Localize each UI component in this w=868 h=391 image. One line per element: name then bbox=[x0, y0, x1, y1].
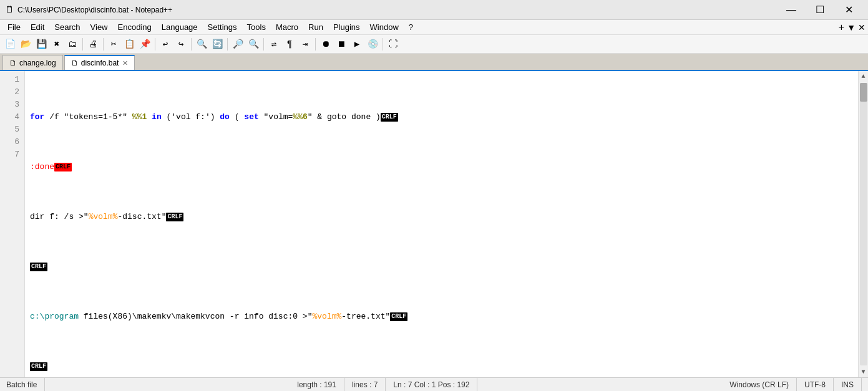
menu-settings[interactable]: Settings bbox=[203, 21, 242, 34]
status-length: length : 191 bbox=[290, 378, 344, 391]
macro-save-button[interactable]: 💿 bbox=[365, 37, 380, 52]
menu-run[interactable]: Run bbox=[303, 21, 328, 34]
menu-help[interactable]: ? bbox=[404, 21, 418, 34]
tab-dropdown-button[interactable]: ▼ bbox=[847, 22, 856, 32]
tab-label-discinfo-bat: discinfo.bat bbox=[81, 59, 119, 67]
line-num-3: 3 bbox=[5, 99, 19, 111]
line-num-4: 4 bbox=[5, 111, 19, 123]
indent-button[interactable]: ⇥ bbox=[298, 37, 313, 52]
window-controls: — ☐ ✕ bbox=[777, 0, 863, 20]
toolbar-sep-1 bbox=[82, 38, 83, 51]
toolbar-sep-8 bbox=[383, 38, 383, 51]
new-tab-button[interactable]: + bbox=[839, 22, 844, 33]
menu-file[interactable]: File bbox=[2, 21, 26, 34]
menu-edit[interactable]: Edit bbox=[26, 21, 49, 34]
menu-macro[interactable]: Macro bbox=[271, 21, 303, 34]
toolbar-sep-2 bbox=[103, 38, 104, 51]
menubar: File Edit Search View Encoding Language … bbox=[0, 20, 868, 35]
print-button[interactable]: 🖨 bbox=[85, 37, 100, 52]
scroll-down-arrow[interactable]: ▼ bbox=[859, 367, 867, 377]
cut-button[interactable]: ✂ bbox=[106, 37, 121, 52]
menu-right-controls: + ▼ ✕ bbox=[839, 22, 866, 33]
copy-button[interactable]: 📋 bbox=[122, 37, 137, 52]
macro-stop-button[interactable]: ⏹ bbox=[334, 37, 349, 52]
code-line-4: CRLF bbox=[30, 261, 853, 273]
status-position: Ln : 7 Col : 1 Pos : 192 bbox=[386, 378, 477, 391]
close-button[interactable]: ✕ bbox=[834, 0, 863, 20]
scroll-track[interactable] bbox=[860, 83, 867, 365]
toolbar-sep-7 bbox=[315, 38, 316, 51]
line-num-5: 5 bbox=[5, 123, 19, 136]
scroll-up-arrow[interactable]: ▲ bbox=[859, 71, 867, 82]
code-line-2: :doneCRLF bbox=[30, 161, 853, 173]
zoom-in-button[interactable]: 🔎 bbox=[230, 37, 245, 52]
close-all-button[interactable]: ✕ bbox=[858, 22, 866, 32]
code-area[interactable]: for /f "tokens=1-5*" %%1 in ('vol f:') d… bbox=[25, 71, 858, 377]
close-file-button[interactable]: ✖ bbox=[49, 37, 64, 52]
menu-view[interactable]: View bbox=[85, 21, 113, 34]
toolbar-sep-4 bbox=[191, 38, 192, 51]
titlebar: 🗒 C:\Users\PC\Desktop\discinfo.bat - Not… bbox=[0, 0, 868, 20]
toolbar-sep-5 bbox=[227, 38, 228, 51]
undo-button[interactable]: ↩ bbox=[158, 37, 173, 52]
fullscreen-button[interactable]: ⛶ bbox=[386, 37, 401, 52]
new-file-button[interactable]: 📄 bbox=[2, 37, 17, 52]
tab-discinfo-bat[interactable]: 🗋 discinfo.bat ✕ bbox=[64, 55, 135, 70]
tab-icon-discinfo-bat: 🗋 bbox=[71, 59, 79, 67]
app-icon: 🗒 bbox=[5, 5, 14, 15]
menu-window[interactable]: Window bbox=[365, 21, 404, 34]
paste-button[interactable]: 📌 bbox=[137, 37, 152, 52]
vertical-scrollbar[interactable]: ▲ ▼ bbox=[858, 71, 868, 377]
wrap-button[interactable]: ⇌ bbox=[266, 37, 281, 52]
minimize-button[interactable]: — bbox=[777, 0, 806, 20]
menu-tools[interactable]: Tools bbox=[242, 21, 271, 34]
find-button[interactable]: 🔍 bbox=[194, 37, 209, 52]
scroll-thumb[interactable] bbox=[860, 83, 867, 102]
tabbar: 🗋 change.log 🗋 discinfo.bat ✕ bbox=[0, 54, 868, 71]
tab-icon-change-log: 🗋 bbox=[9, 59, 17, 67]
tab-label-change-log: change.log bbox=[19, 59, 56, 67]
status-encoding: UTF-8 bbox=[797, 378, 834, 391]
code-line-6: CRLF bbox=[30, 360, 853, 373]
status-ins: INS bbox=[834, 378, 862, 391]
macro-rec-button[interactable]: ⏺ bbox=[318, 37, 333, 52]
line-num-2: 2 bbox=[5, 86, 19, 99]
menu-search[interactable]: Search bbox=[49, 21, 85, 34]
show-all-chars-button[interactable]: ¶ bbox=[282, 37, 297, 52]
statusbar: Batch file length : 191 lines : 7 Ln : 7… bbox=[0, 377, 868, 391]
maximize-button[interactable]: ☐ bbox=[806, 0, 834, 20]
find-replace-button[interactable]: 🔄 bbox=[210, 37, 225, 52]
toolbar-sep-6 bbox=[263, 38, 264, 51]
tab-close-discinfo-bat[interactable]: ✕ bbox=[122, 59, 128, 67]
toolbar-sep-3 bbox=[155, 38, 155, 51]
menu-language[interactable]: Language bbox=[157, 21, 203, 34]
status-lines: lines : 7 bbox=[344, 378, 386, 391]
menu-plugins[interactable]: Plugins bbox=[328, 21, 365, 34]
save-file-button[interactable]: 💾 bbox=[34, 37, 49, 52]
toolbar: 📄 📂 💾 ✖ 🗂 🖨 ✂ 📋 📌 ↩ ↪ 🔍 🔄 🔎 🔍 ⇌ ¶ ⇥ ⏺ ⏹ … bbox=[0, 35, 868, 54]
macro-play-button[interactable]: ▶ bbox=[349, 37, 364, 52]
open-file-button[interactable]: 📂 bbox=[18, 37, 33, 52]
code-line-1: for /f "tokens=1-5*" %%1 in ('vol f:') d… bbox=[30, 111, 853, 123]
tab-change-log[interactable]: 🗋 change.log bbox=[2, 55, 63, 70]
redo-button[interactable]: ↪ bbox=[173, 37, 188, 52]
window-title: C:\Users\PC\Desktop\discinfo.bat - Notep… bbox=[17, 6, 777, 14]
line-num-1: 1 bbox=[5, 74, 19, 86]
line-numbers: 1 2 3 4 5 6 7 bbox=[0, 71, 25, 377]
save-all-button[interactable]: 🗂 bbox=[65, 37, 80, 52]
status-file-type: Batch file bbox=[6, 378, 45, 391]
editor-container: 1 2 3 4 5 6 7 for /f "tokens=1-5*" %%1 i… bbox=[0, 71, 868, 377]
code-line-3: dir f: /s >"%volm%-disc.txt"CRLF bbox=[30, 211, 853, 223]
zoom-out-button[interactable]: 🔍 bbox=[246, 37, 261, 52]
code-line-5: c:\program files(X86)\makemkv\makemkvcon… bbox=[30, 311, 853, 323]
menu-encoding[interactable]: Encoding bbox=[113, 21, 157, 34]
line-num-6: 6 bbox=[5, 136, 19, 148]
status-line-ending: Windows (CR LF) bbox=[722, 378, 797, 391]
line-num-7: 7 bbox=[5, 148, 19, 161]
